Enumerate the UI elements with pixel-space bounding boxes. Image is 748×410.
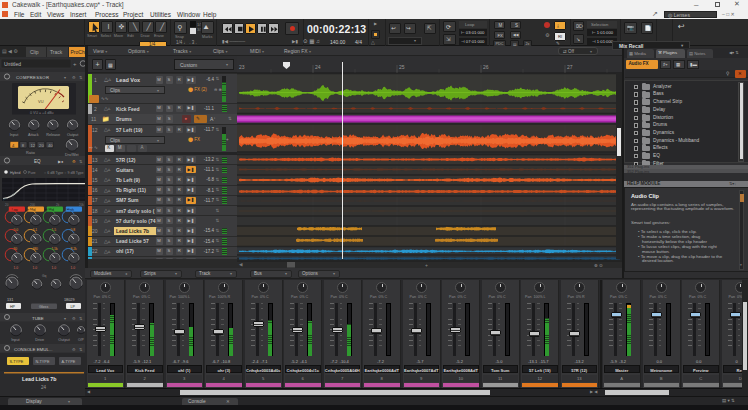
svg-text:1.0: 1.0	[51, 266, 56, 270]
svg-text:1.0: 1.0	[13, 266, 18, 270]
svg-text:ProCh: ProCh	[71, 49, 85, 55]
svg-text:TUBE: TUBE	[32, 316, 44, 321]
svg-text:+: +	[425, 262, 428, 268]
svg-text:8.2k: 8.2k	[70, 247, 77, 251]
svg-text:Output: Output	[58, 338, 70, 342]
svg-text:⊕ ⊙: ⊕ ⊙	[594, 263, 603, 268]
svg-text:▾: ▾	[64, 75, 66, 80]
svg-text:Lead Licks 7b: Lead Licks 7b	[22, 376, 56, 382]
svg-text:O/P: O/P	[78, 338, 84, 342]
svg-text:23: 23	[239, 64, 245, 70]
svg-text:Output: Output	[67, 133, 79, 137]
svg-text:200: 200	[30, 203, 35, 207]
svg-text:18029: 18029	[64, 298, 75, 302]
svg-text:26: 26	[483, 64, 489, 70]
svg-text:EQ: EQ	[34, 159, 41, 164]
svg-text:Gq: Gq	[42, 274, 47, 278]
svg-text:24: 24	[315, 64, 321, 70]
svg-text:S-TYPE: S-TYPE	[10, 360, 24, 364]
svg-text:Lo Mid: Lo Mid	[25, 208, 35, 212]
svg-text:◀: ◀	[239, 262, 243, 267]
svg-text:Pure: Pure	[28, 171, 36, 175]
svg-text:⚙: ⚙	[72, 347, 76, 352]
svg-text:CONSOLE EMUL...: CONSOLE EMUL...	[14, 347, 53, 352]
svg-text:N-TYPE: N-TYPE	[36, 360, 50, 364]
svg-text:COMPRESSOR: COMPRESSOR	[16, 75, 49, 80]
svg-text:2k: 2k	[56, 203, 60, 207]
svg-text:27: 27	[567, 64, 573, 70]
svg-text:0 VU = +4 dBu: 0 VU = +4 dBu	[30, 111, 54, 115]
svg-text:Untitled: Untitled	[4, 61, 21, 67]
svg-text:○ 6 dB Type ○ 9 dB Type: ○ 6 dB Type ○ 9 dB Type	[44, 171, 84, 175]
svg-text:20: 20	[5, 203, 9, 207]
svg-text:⚙: ⚙	[72, 159, 76, 164]
svg-text:Release: Release	[46, 133, 60, 137]
svg-text:▾: ▾	[64, 316, 66, 321]
svg-text:1.0: 1.0	[32, 266, 37, 270]
svg-text:+: +	[73, 61, 77, 67]
svg-text:25: 25	[399, 64, 405, 70]
svg-text:⚙: ⚙	[72, 75, 76, 80]
svg-text:HP: HP	[10, 305, 16, 309]
svg-text:24: 24	[41, 385, 47, 390]
svg-text:1.0: 1.0	[70, 266, 75, 270]
svg-text:Ratio: Ratio	[26, 151, 35, 155]
svg-text:Drive: Drive	[35, 338, 44, 342]
svg-text:Track: Track	[50, 49, 63, 55]
svg-text:▤ ◀ ⚙: ▤ ◀ ⚙	[2, 48, 18, 54]
svg-text:Hybrid: Hybrid	[10, 171, 20, 175]
svg-text:Attack: Attack	[28, 133, 39, 137]
svg-text:131: 131	[7, 298, 13, 302]
svg-text:40: 40	[48, 143, 53, 148]
svg-text:LP: LP	[71, 305, 76, 309]
svg-text:VU: VU	[38, 99, 44, 104]
svg-text:Input: Input	[10, 133, 19, 137]
svg-text:Gloss: Gloss	[39, 305, 48, 309]
svg-text:480: 480	[32, 247, 38, 251]
svg-text:Input: Input	[11, 338, 20, 342]
svg-text:20k: 20k	[79, 203, 84, 207]
svg-text:⚙: ⚙	[72, 316, 76, 321]
svg-text:▶●: ▶●	[58, 159, 64, 164]
svg-text:1.5k: 1.5k	[51, 247, 58, 251]
svg-text:Clip: Clip	[30, 49, 39, 55]
svg-text:12: 12	[30, 143, 35, 148]
svg-text:20: 20	[39, 143, 44, 148]
svg-text:A-TYPE: A-TYPE	[62, 360, 76, 364]
